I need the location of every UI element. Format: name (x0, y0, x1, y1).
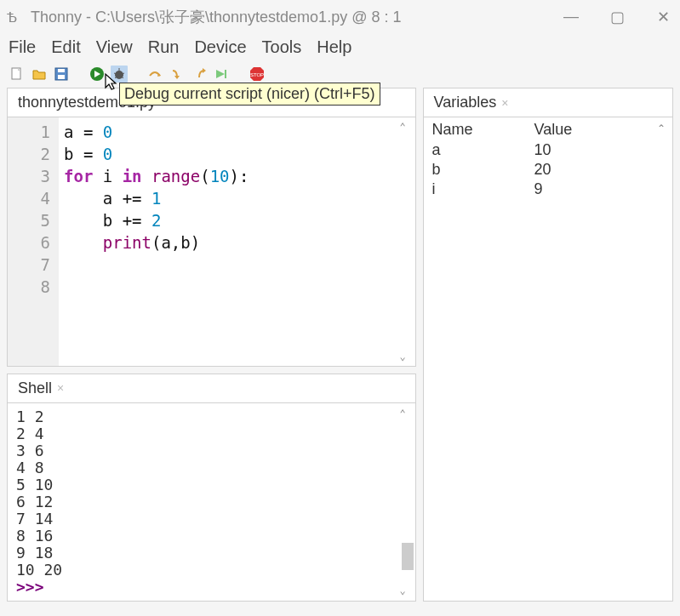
step-out-icon[interactable] (191, 66, 208, 83)
variable-name: i (432, 180, 534, 198)
code-editor[interactable]: 12345678 a = 0b = 0for i in range(10): a… (8, 117, 415, 366)
title-bar: Ѣ Thonny - C:\Users\张子豪\thonnytestdemo1.… (0, 0, 680, 34)
svg-rect-12 (225, 70, 226, 78)
scroll-thumb[interactable] (402, 543, 414, 570)
svg-text:Ѣ: Ѣ (7, 10, 17, 25)
maximize-button[interactable]: ▢ (607, 8, 627, 26)
variable-name-header: Name (432, 121, 534, 139)
code-area[interactable]: a = 0b = 0for i in range(10): a += 1 b +… (59, 117, 415, 366)
shell-tab-label: Shell (18, 379, 52, 397)
scroll-up-icon[interactable]: ⌃ (657, 123, 672, 134)
debug-icon[interactable] (111, 66, 128, 83)
workspace: thonnytestdemo1.py × 12345678 a = 0b = 0… (0, 88, 680, 602)
debug-tooltip: Debug current script (nicer) (Ctrl+F5) (119, 83, 380, 106)
new-file-icon[interactable] (9, 66, 26, 83)
run-icon[interactable] (89, 66, 106, 83)
variable-name: b (432, 161, 534, 179)
svg-point-6 (115, 71, 123, 79)
menu-help[interactable]: Help (317, 37, 351, 57)
shell-tab[interactable]: Shell × (13, 376, 72, 401)
save-file-icon[interactable] (53, 66, 70, 83)
variable-row[interactable]: a10 (424, 140, 673, 160)
editor-scrollbar[interactable]: ⌃ ⌄ (400, 121, 415, 362)
window-title: Thonny - C:\Users\张子豪\thonnytestdemo1.py… (31, 7, 561, 27)
variable-value: 20 (534, 161, 665, 179)
variables-tab[interactable]: Variables × (429, 90, 517, 115)
menu-view[interactable]: View (96, 37, 133, 57)
menu-device[interactable]: Device (194, 37, 246, 57)
close-icon[interactable]: × (501, 96, 508, 110)
step-over-icon[interactable] (146, 66, 163, 83)
variables-body: Name Value a10b20i9 ⌃ (424, 117, 673, 601)
menu-bar: FileEditViewRunDeviceToolsHelp (0, 34, 680, 64)
menu-file[interactable]: File (9, 37, 36, 57)
open-file-icon[interactable] (31, 66, 48, 83)
variables-scrollbar[interactable]: ⌃ (657, 123, 672, 597)
line-gutter: 12345678 (8, 117, 59, 366)
variable-name: a (432, 141, 534, 159)
resume-icon[interactable] (213, 66, 230, 83)
menu-edit[interactable]: Edit (51, 37, 80, 57)
variable-value: 10 (534, 141, 665, 159)
close-icon[interactable]: × (57, 381, 64, 395)
toolbar: STOP Debug current script (nicer) (Ctrl+… (0, 64, 680, 88)
scroll-down-icon[interactable]: ⌄ (400, 351, 415, 362)
app-logo-icon: Ѣ (7, 9, 24, 26)
step-into-icon[interactable] (169, 66, 186, 83)
close-button[interactable]: ✕ (653, 8, 673, 26)
stop-icon[interactable]: STOP (249, 66, 266, 83)
variable-row[interactable]: i9 (424, 180, 673, 199)
editor-panel: thonnytestdemo1.py × 12345678 a = 0b = 0… (7, 88, 416, 367)
scroll-up-icon[interactable]: ⌃ (400, 121, 415, 133)
variable-value-header: Value (534, 121, 665, 139)
menu-tools[interactable]: Tools (262, 37, 302, 57)
variable-row[interactable]: b20 (424, 160, 673, 180)
variable-value: 9 (534, 180, 665, 198)
svg-rect-4 (58, 69, 65, 72)
svg-rect-3 (58, 75, 65, 79)
menu-run[interactable]: Run (148, 37, 180, 57)
svg-text:STOP: STOP (250, 72, 264, 77)
scroll-up-icon[interactable]: ⌃ (400, 405, 414, 422)
scroll-down-icon[interactable]: ⌄ (400, 582, 414, 599)
minimize-button[interactable]: — (561, 8, 581, 26)
shell-output[interactable]: 1 22 43 64 85 106 127 148 169 1810 20>>>… (8, 403, 415, 601)
shell-panel: Shell × 1 22 43 64 85 106 127 148 169 18… (7, 374, 416, 602)
variables-tab-label: Variables (434, 94, 497, 111)
variables-panel: Variables × Name Value a10b20i9 ⌃ (423, 88, 674, 602)
